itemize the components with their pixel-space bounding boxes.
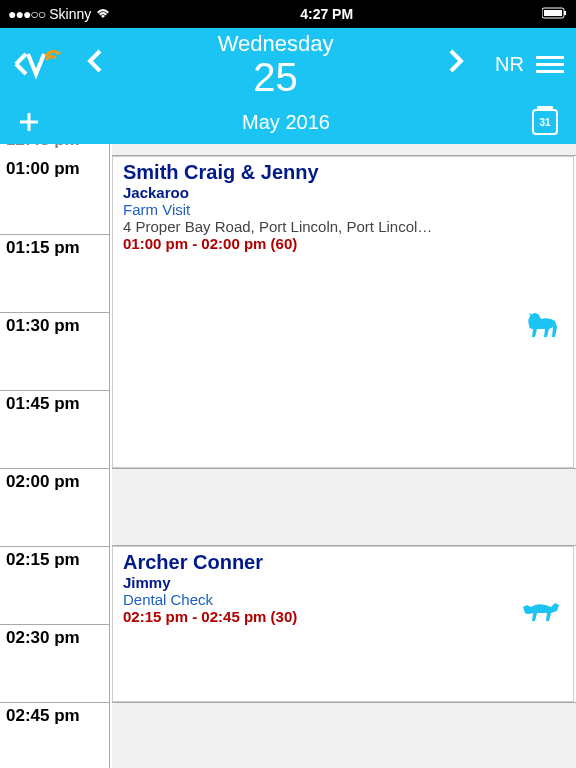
app-header: Wednesday 25 NR May 2016 31 (0, 28, 576, 144)
menu-icon[interactable] (536, 52, 564, 77)
time-label: 01:00 pm (0, 156, 109, 234)
time-label: 01:45 pm (0, 390, 109, 468)
carrier-label: Skinny (49, 6, 91, 22)
visit-reason: Farm Visit (123, 201, 563, 218)
appointment-card[interactable]: Archer Conner Jimmy Dental Check 02:15 p… (112, 546, 574, 702)
day-number: 25 (122, 57, 429, 97)
patient-name: Jackaroo (123, 184, 563, 201)
appointment-time: 02:15 pm - 02:45 pm (30) (123, 608, 563, 625)
next-day-button[interactable] (429, 47, 483, 82)
horse-icon (521, 307, 563, 354)
time-label: 02:30 pm (0, 624, 109, 702)
events-column[interactable]: Smith Craig & Jenny Jackaroo Farm Visit … (110, 144, 576, 768)
client-name: Archer Conner (123, 551, 563, 574)
date-display[interactable]: Wednesday 25 (122, 31, 429, 97)
calendar-grid[interactable]: 12:45 pm 01:00 pm 01:15 pm 01:30 pm 01:4… (0, 144, 576, 768)
svg-rect-1 (564, 11, 566, 15)
time-column: 12:45 pm 01:00 pm 01:15 pm 01:30 pm 01:4… (0, 144, 110, 768)
time-label: 02:15 pm (0, 546, 109, 624)
appointment-card[interactable]: Smith Craig & Jenny Jackaroo Farm Visit … (112, 156, 574, 468)
calendar-icon[interactable]: 31 (532, 109, 558, 135)
time-label: 02:45 pm (0, 702, 109, 768)
status-time: 4:27 PM (300, 6, 353, 22)
visit-reason: Dental Check (123, 591, 563, 608)
signal-dots: ●●●○○ (8, 6, 45, 22)
dog-icon (521, 593, 563, 636)
time-label: 01:15 pm (0, 234, 109, 312)
appointment-address: 4 Proper Bay Road, Port Lincoln, Port Li… (123, 218, 563, 235)
time-label: 01:30 pm (0, 312, 109, 390)
status-bar: ●●●○○ Skinny 4:27 PM (0, 0, 576, 28)
client-name: Smith Craig & Jenny (123, 161, 563, 184)
add-button[interactable] (18, 104, 40, 141)
battery-icon (542, 6, 568, 22)
time-label: 12:45 pm (0, 144, 109, 150)
svg-rect-2 (544, 10, 562, 16)
back-logo[interactable] (12, 44, 68, 84)
nr-button[interactable]: NR (483, 53, 536, 76)
prev-day-button[interactable] (68, 47, 122, 82)
wifi-icon (95, 8, 111, 20)
time-label: 02:00 pm (0, 468, 109, 546)
month-year-label[interactable]: May 2016 (40, 111, 532, 134)
weekday-label: Wednesday (122, 31, 429, 57)
appointment-time: 01:00 pm - 02:00 pm (60) (123, 235, 563, 252)
patient-name: Jimmy (123, 574, 563, 591)
